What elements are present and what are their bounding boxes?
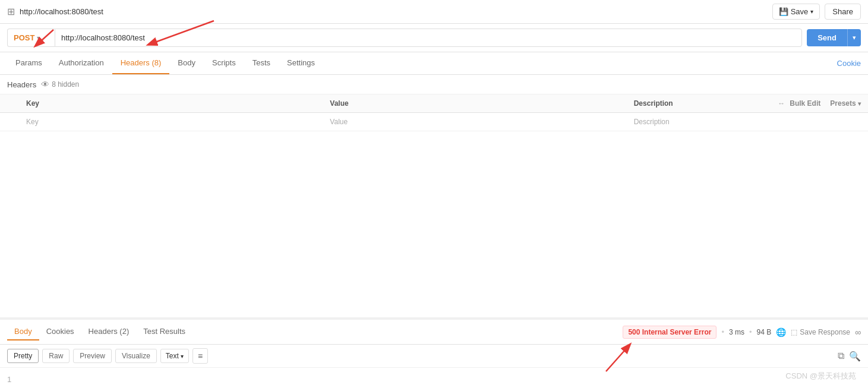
format-visualize-button[interactable]: Visualize	[115, 349, 157, 363]
top-bar-right: 💾 Save ▾ Share	[772, 4, 861, 20]
save-dropdown-icon: ▾	[810, 8, 813, 15]
response-tab-body[interactable]: Body	[7, 323, 39, 340]
method-text: POST	[14, 33, 34, 42]
col-desc-header: Description ↔ Bulk Edit Presets ▾	[627, 94, 868, 113]
tab-settings[interactable]: Settings	[279, 52, 323, 74]
save-response-button[interactable]: ⬚ Save Response	[791, 328, 850, 336]
status-badge: 500 Internal Server Error	[623, 326, 717, 339]
line-number-1: 1	[7, 375, 11, 384]
col-checkbox-header	[0, 94, 19, 113]
request-tabs-left: Params Authorization Headers (8) Body Sc…	[7, 52, 323, 74]
col-value-header: Value	[323, 94, 626, 113]
top-bar: ⊞ http://localhost:8080/test 💾 Save ▾ Sh…	[0, 0, 868, 24]
share-button[interactable]: Share	[825, 4, 861, 20]
headers-text: Headers	[7, 80, 36, 89]
response-tabs: Body Cookies Headers (2) Test Results	[7, 323, 192, 340]
bulk-edit-icon: ↔	[778, 99, 785, 108]
url-input[interactable]	[55, 29, 802, 47]
response-bar: Body Cookies Headers (2) Test Results 50…	[0, 320, 868, 345]
method-dropdown-icon: ▾	[37, 34, 40, 41]
app-icon: ⊞	[7, 6, 15, 17]
headers-table: Key Value Description ↔ Bulk Edit Preset…	[0, 94, 868, 131]
row-key-cell[interactable]: Key	[19, 113, 323, 131]
request-bar: POST ▾ Send ▾	[0, 24, 868, 52]
save-label: Save	[791, 7, 809, 16]
response-tab-headers[interactable]: Headers (2)	[81, 323, 137, 340]
copy-button[interactable]: ⧉	[838, 351, 844, 361]
globe-icon[interactable]: 🌐	[776, 327, 786, 337]
format-right: ⧉ 🔍	[838, 351, 861, 362]
presets-dropdown-icon: ▾	[858, 100, 861, 107]
meta-dot-2: •	[749, 327, 752, 336]
send-dropdown-button[interactable]: ▾	[847, 29, 861, 46]
tab-params[interactable]: Params	[7, 52, 50, 74]
format-left: Pretty Raw Preview Visualize Text ▾ ≡	[7, 348, 208, 364]
save-icon: 💾	[779, 7, 788, 16]
tab-tests[interactable]: Tests	[244, 52, 279, 74]
send-button[interactable]: Send	[807, 29, 847, 46]
tab-headers[interactable]: Headers (8)	[112, 52, 170, 74]
hidden-badge: 👁 8 hidden	[41, 80, 79, 89]
row-desc-cell[interactable]: Description	[627, 113, 868, 131]
wrap-button[interactable]: ≡	[192, 348, 208, 364]
method-selector[interactable]: POST ▾	[7, 29, 55, 47]
response-meta: 500 Internal Server Error • 3 ms • 94 B …	[623, 326, 861, 339]
eye-icon: 👁	[41, 80, 49, 89]
row-value-cell[interactable]: Value	[323, 113, 626, 131]
response-time: 3 ms	[729, 328, 744, 336]
col-key-header: Key	[19, 94, 323, 113]
response-body: 1	[0, 368, 868, 391]
bulk-edit-link[interactable]: Bulk Edit	[790, 99, 820, 108]
tab-authorization[interactable]: Authorization	[50, 52, 112, 74]
format-raw-button[interactable]: Raw	[42, 349, 70, 363]
description-label: Description	[634, 99, 673, 108]
infinity-icon: ∞	[855, 327, 861, 337]
response-size: 94 B	[757, 328, 772, 336]
empty-space	[0, 131, 868, 317]
top-bar-url: http://localhost:8080/test	[20, 7, 103, 16]
send-button-group: Send ▾	[807, 29, 861, 46]
text-format-dropdown[interactable]: Text ▾	[160, 349, 189, 363]
text-format-arrow: ▾	[181, 353, 184, 360]
format-bar: Pretty Raw Preview Visualize Text ▾ ≡ ⧉ …	[0, 345, 868, 368]
hidden-count: 8 hidden	[52, 80, 79, 89]
request-bar-container: POST ▾ Send ▾	[0, 24, 868, 52]
response-tab-cookies[interactable]: Cookies	[39, 323, 81, 340]
save-button[interactable]: 💾 Save ▾	[772, 4, 820, 20]
headers-table-container: Key Value Description ↔ Bulk Edit Preset…	[0, 94, 868, 131]
save-response-label: Save Response	[800, 328, 850, 336]
format-preview-button[interactable]: Preview	[73, 349, 112, 363]
search-button[interactable]: 🔍	[849, 351, 861, 362]
tab-body[interactable]: Body	[169, 52, 204, 74]
top-bar-left: ⊞ http://localhost:8080/test	[7, 6, 103, 17]
headers-label: Headers 👁 8 hidden	[7, 80, 861, 89]
format-pretty-button[interactable]: Pretty	[7, 349, 39, 363]
request-tabs: Params Authorization Headers (8) Body Sc…	[0, 52, 868, 75]
table-row: Key Value Description	[0, 113, 868, 131]
row-checkbox-cell	[0, 113, 19, 131]
headers-section: Headers 👁 8 hidden	[0, 75, 868, 94]
text-format-label: Text	[166, 352, 179, 360]
response-tab-test-results[interactable]: Test Results	[136, 323, 192, 340]
save-response-icon: ⬚	[791, 328, 797, 336]
presets-link[interactable]: Presets ▾	[830, 99, 861, 108]
meta-dot-1: •	[721, 327, 724, 336]
cookie-link[interactable]: Cookie	[837, 53, 861, 74]
tab-scripts[interactable]: Scripts	[204, 52, 244, 74]
